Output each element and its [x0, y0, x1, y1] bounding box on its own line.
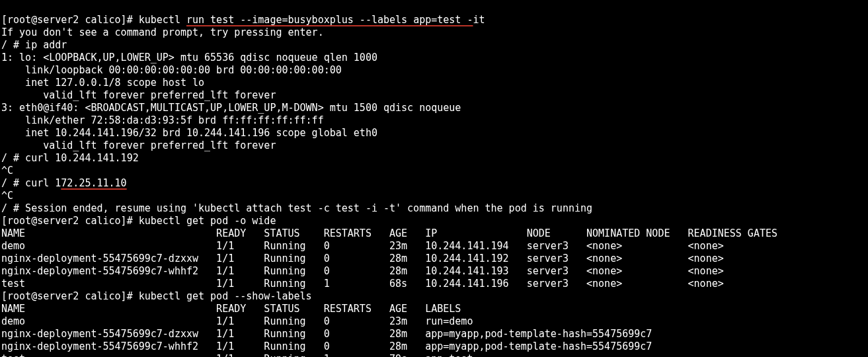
output-line: / # curl 1 [1, 177, 61, 189]
table-row: nginx-deployment-55475699c7-dzxxw 1/1 Ru… [1, 328, 652, 340]
table-row: nginx-deployment-55475699c7-dzxxw 1/1 Ru… [1, 253, 724, 264]
output-line: 1: lo: <LOOPBACK,UP,LOWER_UP> mtu 65536 … [1, 52, 377, 63]
prompt: [root@server2 calico]# [1, 14, 139, 26]
table-row: nginx-deployment-55475699c7-whhf2 1/1 Ru… [1, 340, 652, 352]
table-row: demo 1/1 Running 0 23m run=demo [1, 315, 473, 327]
output-line: / # curl 10.244.141.192 [1, 152, 139, 164]
output-line: ^C [1, 165, 13, 177]
prompt: [root@server2 calico]# [1, 290, 139, 302]
table-header: NAME READY STATUS RESTARTS AGE IP NODE N… [1, 227, 777, 239]
cmd-text: kubectl get pod --show-labels [139, 290, 312, 302]
output-line: If you don't see a command prompt, try p… [1, 26, 324, 38]
prompt: [root@server2 calico]# [1, 215, 139, 227]
table-row: nginx-deployment-55475699c7-whhf2 1/1 Ru… [1, 265, 724, 277]
output-line: / # ip addr [1, 39, 67, 51]
output-line: link/ether 72:58:da:d3:93:5f brd ff:ff:f… [1, 114, 324, 126]
cmd-text: kubectl get pod -o wide [139, 215, 276, 227]
output-line: inet 10.244.141.196/32 brd 10.244.141.19… [1, 127, 377, 139]
cmd-text: kubectl [139, 14, 186, 26]
output-line: 3: eth0@if40: <BROADCAST,MULTICAST,UP,LO… [1, 102, 461, 114]
output-line: valid_lft forever preferred_lft forever [1, 89, 276, 101]
output-line: link/loopback 00:00:00:00:00:00 brd 00:0… [1, 64, 342, 76]
table-row: demo 1/1 Running 0 23m 10.244.141.194 se… [1, 240, 724, 252]
output-line: / # Session ended, resume using 'kubectl… [1, 202, 592, 214]
output-line: ^C [1, 190, 13, 202]
output-underlined: 72.25.11.10 [61, 177, 126, 189]
output-line: inet 127.0.0.1/8 scope host lo [1, 77, 204, 89]
cmd-underlined: run test --image=busyboxplus --labels ap… [186, 14, 473, 26]
terminal-output[interactable]: [root@server2 calico]# kubectl run test … [0, 0, 868, 357]
output-line: valid_lft forever preferred_lft forever [1, 139, 276, 151]
table-header: NAME READY STATUS RESTARTS AGE LABELS [1, 303, 461, 315]
cmd-text: it [473, 14, 485, 26]
table-row: test 1/1 Running 1 68s 10.244.141.196 se… [1, 278, 724, 290]
table-row: test 1/1 Running 1 79s app=test [1, 353, 473, 357]
